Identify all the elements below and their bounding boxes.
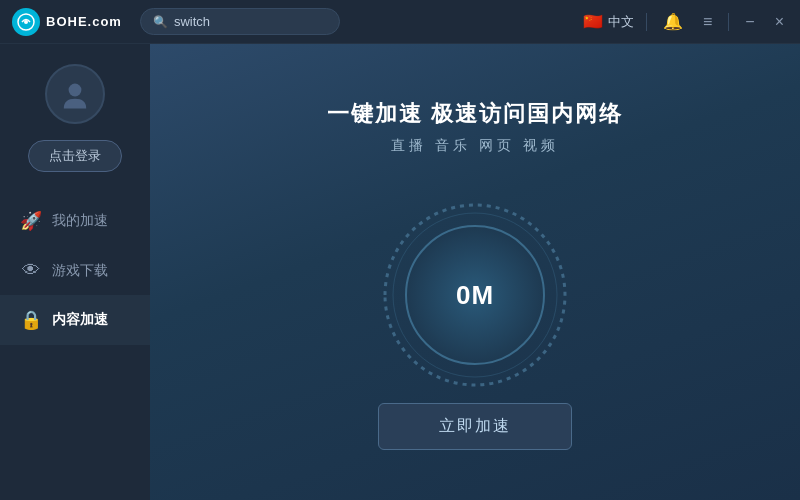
speed-value: 0M [456, 280, 494, 311]
search-input[interactable] [174, 14, 314, 29]
divider [646, 13, 647, 31]
logo-area: BOHE.com [12, 8, 122, 36]
login-button[interactable]: 点击登录 [28, 140, 122, 172]
close-button[interactable]: × [771, 11, 788, 33]
speed-circle: 0M [375, 195, 575, 395]
nav-items: 🚀 我的加速 👁 游戏下载 🔒 内容加速 [0, 196, 150, 345]
main-layout: 点击登录 🚀 我的加速 👁 游戏下载 🔒 内容加速 一键加速 极速访问国内网络 … [0, 44, 800, 500]
rocket-icon: 🚀 [20, 210, 42, 232]
sidebar-item-label-content-accel: 内容加速 [52, 311, 108, 329]
bell-button[interactable]: 🔔 [659, 10, 687, 33]
svg-point-1 [24, 20, 28, 24]
language-selector[interactable]: 🇨🇳 中文 [583, 12, 634, 31]
minimize-button[interactable]: − [741, 11, 758, 33]
menu-button[interactable]: ≡ [699, 11, 716, 33]
titlebar-right: 🇨🇳 中文 🔔 ≡ − × [583, 10, 788, 33]
avatar [45, 64, 105, 124]
language-label: 中文 [608, 13, 634, 31]
sidebar-item-content-accel[interactable]: 🔒 内容加速 [0, 295, 150, 345]
sidebar-item-game-download[interactable]: 👁 游戏下载 [0, 246, 150, 295]
sidebar-item-my-accel[interactable]: 🚀 我的加速 [0, 196, 150, 246]
eye-icon: 👁 [20, 260, 42, 281]
flag-icon: 🇨🇳 [583, 12, 603, 31]
titlebar: BOHE.com 🔍 🇨🇳 中文 🔔 ≡ − × [0, 0, 800, 44]
lock-icon: 🔒 [20, 309, 42, 331]
speed-display: 0M [405, 225, 545, 365]
avatar-icon [59, 78, 91, 110]
logo-text: BOHE.com [46, 14, 122, 29]
headline: 一键加速 极速访问国内网络 [327, 99, 623, 129]
subtext: 直播 音乐 网页 视频 [391, 137, 559, 155]
divider2 [728, 13, 729, 31]
search-bar[interactable]: 🔍 [140, 8, 340, 35]
sidebar-item-label-my-accel: 我的加速 [52, 212, 108, 230]
logo-icon [12, 8, 40, 36]
content-area: 一键加速 极速访问国内网络 直播 音乐 网页 视频 0M 立即加速 [150, 44, 800, 500]
svg-point-2 [69, 84, 82, 97]
sidebar-item-label-game-download: 游戏下载 [52, 262, 108, 280]
accelerate-button[interactable]: 立即加速 [378, 403, 572, 450]
sidebar: 点击登录 🚀 我的加速 👁 游戏下载 🔒 内容加速 [0, 44, 150, 500]
search-icon: 🔍 [153, 15, 168, 29]
